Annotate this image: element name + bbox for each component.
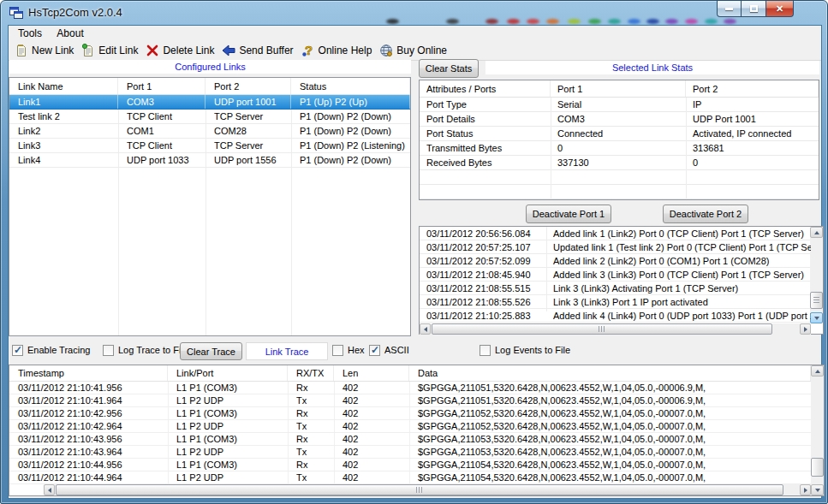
trace-row[interactable]: 03/11/2012 21:10:44.956 L1 P1 (COM3) Rx … (9, 459, 811, 471)
hex-checkbox[interactable] (332, 345, 343, 356)
event-row[interactable]: 03/11/2012 21:10:25.883 Added link 4 (Li… (420, 309, 811, 323)
menu-about[interactable]: About (51, 26, 89, 41)
trace-len: 402 (334, 420, 409, 432)
link-row[interactable]: Link1 COM3 UDP port 1001 P1 (Up) P2 (Up) (9, 95, 410, 110)
scroll-right-button[interactable] (800, 323, 811, 335)
link-stats-body: Port Type Serial IP Port Details COM3 UD… (420, 98, 819, 199)
event-timestamp: 03/11/2012 20:57:25.107 (420, 240, 546, 254)
scroll-left-button[interactable] (420, 323, 431, 335)
event-timestamp: 03/11/2012 21:10:25.883 (420, 309, 546, 323)
scroll-right-button[interactable] (800, 484, 811, 495)
toolbar-label: Buy Online (396, 44, 447, 56)
trace-vertical-scrollbar[interactable] (811, 365, 824, 495)
trace-row[interactable]: 03/11/2012 21:10:41.956 L1 P1 (COM3) Rx … (9, 382, 811, 394)
column-header[interactable]: Attributes / Ports (420, 80, 551, 97)
online-help-button[interactable]: ? Online Help (299, 42, 378, 59)
scroll-down-button[interactable] (811, 484, 824, 495)
column-header[interactable]: Link/Port (168, 365, 288, 381)
scroll-down-button[interactable] (810, 312, 823, 323)
event-row[interactable]: 03/11/2012 20:57:25.107 Updated link 1 (… (420, 240, 811, 254)
delete-link-button[interactable]: Delete Link (143, 42, 219, 59)
log-events-checkbox[interactable] (480, 345, 491, 356)
event-row[interactable]: 03/11/2012 20:56:56.084 Added link 1 (Li… (420, 227, 811, 240)
trace-timestamp: 03/11/2012 21:10:43.964 (9, 446, 168, 458)
trace-link-port: L1 P2 UDP (168, 471, 288, 483)
trace-horizontal-scrollbar[interactable] (44, 484, 811, 495)
link-port2: TCP Server (206, 110, 291, 123)
trace-title: Link Trace (246, 342, 328, 360)
desktop-dot (608, 19, 621, 24)
trace-timestamp: 03/11/2012 21:10:42.956 (9, 407, 168, 419)
column-header[interactable]: Data (409, 365, 811, 381)
log-trace-checkbox[interactable] (103, 345, 114, 356)
clear-stats-button[interactable]: Clear Stats (419, 59, 479, 78)
scroll-left-button[interactable] (44, 484, 55, 495)
stat-port1-value: 0 (551, 141, 686, 156)
titlebar[interactable]: HsTcp2Com v2.0.4 ✕ (1, 1, 827, 25)
buy-online-icon (379, 44, 393, 57)
trace-row[interactable]: 03/11/2012 21:10:42.956 L1 P1 (COM3) Rx … (9, 407, 811, 420)
buy-online-button[interactable]: Buy Online (377, 42, 452, 59)
column-header[interactable]: Port 1 (118, 78, 206, 94)
stats-row: Port Details COM3 UDP Port 1001 (420, 112, 819, 127)
scroll-left-icon (48, 488, 51, 493)
deactivate-port2-button[interactable]: Deactivate Port 2 (663, 205, 748, 223)
stat-port1-value: 337130 (551, 156, 686, 170)
trace-rxtx: Rx (288, 433, 334, 445)
event-row[interactable]: 03/11/2012 21:08:45.940 Added link 3 (Li… (420, 268, 811, 282)
stat-attribute: Port Details (420, 112, 551, 127)
toolbar-label: Online Help (319, 44, 372, 56)
trace-rxtx: Tx (288, 420, 334, 432)
link-row[interactable]: Link3 TCP Client TCP Server P1 (Down) P2… (9, 139, 410, 153)
new-link-button[interactable]: New Link (12, 42, 79, 59)
event-horizontal-scrollbar[interactable] (420, 323, 811, 335)
toolbar-label: Edit Link (98, 44, 138, 56)
scroll-up-button[interactable] (810, 227, 823, 238)
trace-row[interactable]: 03/11/2012 21:10:41.964 L1 P2 UDP Tx 402… (9, 394, 811, 407)
scrollbar-thumb[interactable] (810, 292, 823, 309)
desktop-dot (386, 19, 399, 24)
event-row[interactable]: 03/11/2012 21:08:55.526 Link 3 (Link3) P… (420, 295, 811, 309)
trace-row[interactable]: 03/11/2012 21:10:43.964 L1 P2 UDP Tx 402… (9, 446, 811, 459)
send-buffer-button[interactable]: Send Buffer (219, 42, 298, 59)
column-header[interactable]: Status (291, 78, 410, 94)
configured-links-table: Link Name Port 1 Port 2 Status Link1 COM… (9, 77, 411, 336)
hex-label: Hex (348, 345, 365, 356)
column-header[interactable]: Port 2 (206, 78, 291, 94)
column-header[interactable]: Port 1 (551, 80, 686, 97)
edit-link-button[interactable]: Edit Link (79, 42, 143, 59)
maximize-button[interactable] (742, 1, 765, 17)
minimize-button[interactable] (717, 1, 742, 17)
column-header[interactable]: Timestamp (9, 365, 168, 381)
scrollbar-thumb[interactable] (56, 484, 783, 495)
trace-timestamp: 03/11/2012 21:10:44.964 (9, 471, 168, 483)
link-row[interactable]: Link4 UDP port 1033 UDP port 1556 P1 (Do… (9, 153, 410, 168)
trace-row[interactable]: 03/11/2012 21:10:42.964 L1 P2 UDP Tx 402… (9, 420, 811, 433)
delete-link-icon (146, 44, 159, 57)
link-name: Link3 (9, 139, 118, 152)
ascii-checkbox[interactable] (369, 345, 380, 356)
trace-row[interactable]: 03/11/2012 21:10:44.964 L1 P2 UDP Tx 402… (9, 471, 811, 484)
scrollbar-thumb[interactable] (811, 458, 824, 477)
clear-trace-button[interactable]: Clear Trace (180, 342, 242, 360)
link-stats-header: Attributes / Ports Port 1 Port 2 (420, 80, 819, 98)
trace-row[interactable]: 03/11/2012 21:10:43.956 L1 P1 (COM3) Rx … (9, 433, 811, 446)
link-row[interactable]: Link2 COM1 COM28 P1 (Down) P2 (Down) (9, 124, 410, 139)
scroll-up-button[interactable] (811, 365, 824, 377)
event-vertical-scrollbar[interactable] (810, 227, 823, 323)
event-row[interactable]: 03/11/2012 21:08:55.515 Link 3 (Link3) A… (420, 282, 811, 295)
column-header[interactable]: Port 2 (686, 80, 819, 97)
link-row[interactable]: Test link 2 TCP Client TCP Server P1 (Do… (9, 110, 410, 124)
scrollbar-thumb[interactable] (432, 323, 772, 335)
close-button[interactable]: ✕ (765, 1, 794, 17)
trace-data: $GPGGA,211054,5320.6428,N,00623.4552,W,1… (409, 459, 811, 471)
column-header[interactable]: Link Name (9, 78, 118, 94)
menu-tools[interactable]: Tools (12, 26, 48, 41)
column-header[interactable]: Len (334, 365, 409, 381)
column-header[interactable]: RX/TX (288, 365, 334, 381)
stat-port1-value: COM3 (551, 112, 686, 127)
enable-tracing-checkbox[interactable] (12, 345, 23, 356)
deactivate-port1-button[interactable]: Deactivate Port 1 (526, 205, 611, 223)
event-row[interactable]: 03/11/2012 20:57:52.099 Added link 2 (Li… (420, 254, 811, 268)
link-port1: UDP port 1033 (118, 153, 206, 167)
